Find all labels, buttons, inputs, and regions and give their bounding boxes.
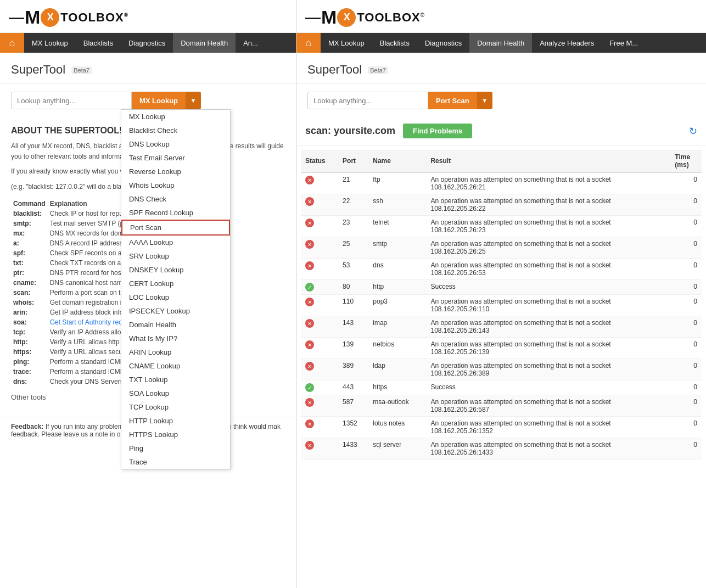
nav-freem-right[interactable]: Free M... (602, 33, 646, 53)
table-row: ✓443httpsSuccess0 (301, 380, 702, 395)
status-err-icon: ✕ (305, 176, 314, 184)
table-row: ✕110pop3An operation was attempted on so… (301, 295, 702, 316)
left-panel: — M X TOOLBOX® ⌂ MX Lookup Blacklists Di… (0, 0, 296, 588)
nav-mxlookup-right[interactable]: MX Lookup (321, 33, 372, 53)
td-status: ✕ (301, 172, 338, 194)
td-result: Success (426, 380, 670, 395)
dropdown-item-dnslookup[interactable]: DNS Lookup (121, 137, 230, 151)
td-time: 0 (670, 316, 702, 338)
td-name: telnet (368, 216, 426, 237)
dropdown-item-certlookup[interactable]: CERT Lookup (121, 277, 230, 290)
table-header-row: Status Port Name Result Time(ms) (301, 150, 702, 172)
dropdown-item-cnamelookup[interactable]: CNAME Lookup (121, 359, 230, 373)
td-name: https (368, 380, 426, 395)
refresh-button[interactable]: ↻ (689, 125, 697, 137)
td-time: 0 (670, 338, 702, 359)
table-row: ✕1433sql serverAn operation was attempte… (301, 438, 702, 460)
dropdown-item-testemailserver[interactable]: Test Email Server (121, 151, 230, 165)
cmd-dns: dns: (11, 377, 48, 387)
dropdown-item-spfrecordlookup[interactable]: SPF Record Lookup (121, 206, 230, 220)
td-status: ✕ (301, 216, 338, 237)
nav-diagnostics-right[interactable]: Diagnostics (417, 33, 469, 53)
table-row: ✕25smtpAn operation was attempted on som… (301, 237, 702, 259)
search-input-right[interactable] (307, 92, 428, 109)
td-name: msa-outlook (368, 395, 426, 417)
dropdown-item-trace[interactable]: Trace (121, 455, 230, 469)
port-table-body: ✕21ftpAn operation was attempted on some… (301, 172, 702, 460)
dropdown-item-dnskeylookup[interactable]: DNSKEY Lookup (121, 263, 230, 277)
status-err-icon: ✕ (305, 340, 314, 349)
find-problems-button[interactable]: Find Problems (403, 124, 472, 138)
supertool-title-right: SuperTool Beta7 (307, 63, 388, 76)
dropdown-item-srvlookup[interactable]: SRV Lookup (121, 249, 230, 263)
dropdown-item-httpslookup[interactable]: HTTPS Lookup (121, 428, 230, 441)
td-time: 0 (670, 259, 702, 280)
nav-domainhealth-left[interactable]: Domain Health (173, 33, 236, 53)
td-name: smtp (368, 237, 426, 259)
td-port: 1433 (338, 438, 368, 460)
nav-domainhealth-right[interactable]: Domain Health (469, 33, 532, 53)
dropdown-item-ipseckeylookup[interactable]: IPSECKEY Lookup (121, 304, 230, 318)
logo-m-left: M (25, 7, 40, 28)
dropdown-item-tcplookup[interactable]: TCP Lookup (121, 400, 230, 414)
td-status: ✕ (301, 395, 338, 417)
nav-mxlookup-left[interactable]: MX Lookup (24, 33, 76, 53)
td-result: An operation was attempted on something … (426, 438, 670, 460)
status-err-icon: ✕ (305, 319, 314, 328)
nav-analyzeheaders-right[interactable]: Analyze Headers (532, 33, 602, 53)
search-input-left[interactable] (11, 92, 132, 109)
dropdown-toggle-right[interactable]: ▼ (477, 92, 492, 109)
status-err-icon: ✕ (305, 298, 314, 306)
td-result: An operation was attempted on something … (426, 194, 670, 216)
td-time: 0 (670, 280, 702, 295)
cmd-mx: mx: (11, 228, 48, 238)
dropdown-item-aaaalookup[interactable]: AAAA Lookup (121, 236, 230, 249)
dropdown-item-blacklistcheck[interactable]: Blacklist Check (121, 124, 230, 137)
nav-analyze-left[interactable]: An... (236, 33, 266, 53)
cmd-spf: spf: (11, 248, 48, 258)
logo-left: — M X TOOLBOX® (9, 7, 128, 28)
th-port: Port (338, 150, 368, 172)
td-status: ✕ (301, 438, 338, 460)
dropdown-item-txtlookup[interactable]: TXT Lookup (121, 373, 230, 387)
td-port: 389 (338, 359, 368, 380)
td-name: imap (368, 316, 426, 338)
cmd-http: http: (11, 337, 48, 347)
th-time: Time(ms) (670, 150, 702, 172)
dropdown-item-ping[interactable]: Ping (121, 441, 230, 455)
table-row: ✕389ldapAn operation was attempted on so… (301, 359, 702, 380)
nav-blacklists-right[interactable]: Blacklists (372, 33, 417, 53)
td-status: ✕ (301, 417, 338, 438)
supertool-title-left: SuperTool Beta7 (11, 63, 92, 76)
search-bar-right: Port Scan ▼ (296, 84, 706, 117)
td-time: 0 (670, 438, 702, 460)
dropdown-item-soalookup[interactable]: SOA Lookup (121, 387, 230, 400)
dropdown-item-portscan[interactable]: Port Scan (121, 220, 230, 236)
nav-home-right[interactable]: ⌂ (296, 33, 321, 53)
mx-lookup-button-left[interactable]: MX Lookup (132, 92, 186, 109)
td-name: pop3 (368, 295, 426, 316)
dropdown-item-whoislookup[interactable]: Whois Lookup (121, 178, 230, 192)
dropdown-item-whatismyip[interactable]: What Is My IP? (121, 332, 230, 345)
dropdown-item-httplookup[interactable]: HTTP Lookup (121, 414, 230, 428)
dropdown-toggle-left[interactable]: ▼ (186, 92, 201, 109)
dropdown-item-dnscheck[interactable]: DNS Check (121, 192, 230, 206)
cmd-header: Command (13, 200, 46, 208)
cmd-soa: soa: (11, 317, 48, 327)
nav-diagnostics-left[interactable]: Diagnostics (121, 33, 173, 53)
nav-blacklists-left[interactable]: Blacklists (76, 33, 121, 53)
status-err-icon: ✕ (305, 219, 314, 227)
nav-home-left[interactable]: ⌂ (0, 33, 24, 53)
port-scan-button-right[interactable]: Port Scan (428, 92, 477, 109)
dropdown-item-arinlookup[interactable]: ARIN Lookup (121, 345, 230, 359)
cmd-whois: whois: (11, 298, 48, 307)
dropdown-item-mxlookup[interactable]: MX Lookup (121, 110, 230, 124)
exp-header: Explanation (50, 200, 87, 208)
dropdown-item-loclookup[interactable]: LOC Lookup (121, 290, 230, 304)
td-port: 143 (338, 316, 368, 338)
dropdown-item-domainhealth[interactable]: Domain Health (121, 318, 230, 332)
td-time: 0 (670, 295, 702, 316)
dropdown-item-reverselookup[interactable]: Reverse Lookup (121, 165, 230, 178)
td-name: lotus notes (368, 417, 426, 438)
td-status: ✕ (301, 259, 338, 280)
